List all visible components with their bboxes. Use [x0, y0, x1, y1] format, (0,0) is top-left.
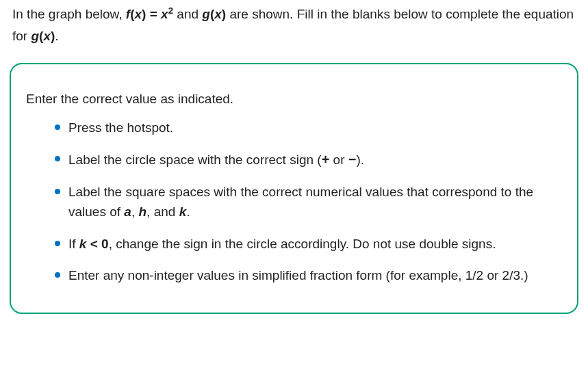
instruction-list: Press the hotspot. Label the circle spac… — [26, 118, 562, 286]
list-item: Press the hotspot. — [55, 118, 562, 137]
x-var-3: x — [43, 29, 51, 43]
equals-sign: = — [146, 7, 161, 21]
item-post: , change the sign in the circle accordin… — [109, 237, 496, 251]
intro-paragraph: In the graph below, f(x) = x2 and g(x) a… — [0, 0, 588, 56]
intro-prefix: In the graph below, — [12, 7, 126, 21]
plus-sign: + — [322, 152, 330, 167]
item-post: ). — [356, 153, 364, 167]
list-item: Label the circle space with the correct … — [55, 149, 562, 170]
intro-mid: and — [173, 7, 202, 21]
intro-period: . — [55, 29, 58, 43]
comma-1: , — [131, 204, 139, 219]
item-post: . — [186, 204, 190, 219]
k-var-2: k — [79, 237, 87, 251]
item-text: Enter any non-integer values in simplifi… — [68, 268, 528, 282]
x-var-2: x — [214, 7, 222, 21]
instruction-box: Enter the correct value as indicated. Pr… — [10, 63, 578, 314]
g-function-name-2: g — [31, 29, 39, 43]
instruction-heading: Enter the correct value as indicated. — [26, 92, 562, 107]
x-squared-exp: 2 — [168, 5, 173, 16]
k-var: k — [179, 204, 187, 219]
g-function-name-1: g — [202, 7, 210, 21]
comma-2: , and — [146, 204, 179, 219]
a-var: a — [124, 204, 131, 219]
list-item: If k < 0, change the sign in the circle … — [55, 234, 562, 254]
h-var: h — [138, 204, 146, 219]
x-var-1: x — [135, 7, 142, 21]
item-text: Press the hotspot. — [68, 120, 173, 135]
item-pre: Label the circle space with the correct … — [68, 153, 322, 167]
lt-zero: < 0 — [86, 237, 108, 251]
minus-sign: − — [348, 152, 357, 167]
item-pre: If — [68, 237, 79, 251]
list-item: Label the square spaces with the correct… — [55, 182, 562, 222]
list-item: Enter any non-integer values in simplifi… — [55, 265, 562, 285]
x-squared-base: x — [161, 7, 168, 21]
item-or: or — [329, 153, 348, 167]
